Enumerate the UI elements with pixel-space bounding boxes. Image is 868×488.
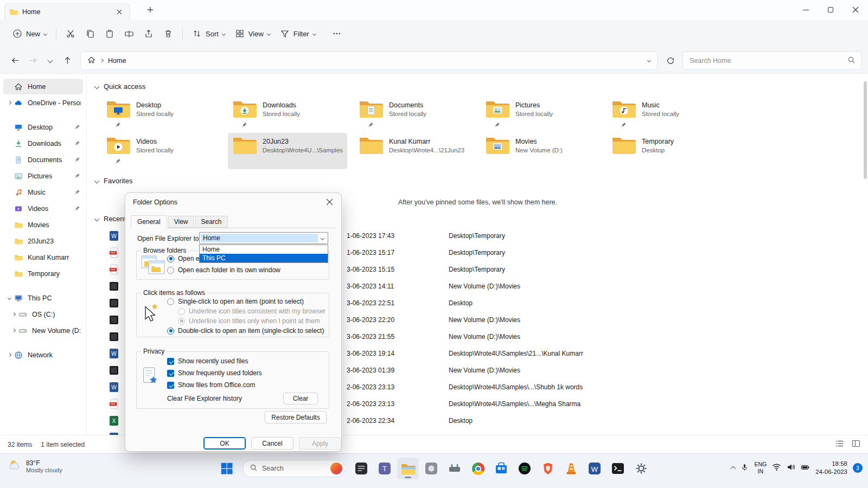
volume-icon[interactable] bbox=[787, 463, 795, 473]
vlc-icon[interactable] bbox=[560, 458, 582, 479]
copy-button[interactable] bbox=[80, 24, 100, 43]
sort-button[interactable]: Sort bbox=[187, 24, 230, 43]
sidebar-item-pictures[interactable]: Pictures bbox=[3, 168, 83, 184]
more-options-button[interactable] bbox=[327, 24, 347, 43]
sidebar-item-temporary[interactable]: Temporary bbox=[3, 266, 83, 281]
quick-access-tile-videos[interactable]: VideosStored locally bbox=[101, 133, 221, 169]
gray-app-icon[interactable] bbox=[420, 458, 442, 479]
device-icon[interactable] bbox=[444, 458, 465, 479]
cancel-button[interactable]: Cancel bbox=[251, 437, 293, 450]
quick-access-header[interactable]: Quick access bbox=[95, 82, 145, 91]
thumbnail-view-toggle[interactable] bbox=[852, 439, 860, 450]
breadcrumb-path[interactable]: Home bbox=[108, 57, 126, 65]
delete-button[interactable] bbox=[158, 24, 178, 43]
clear-button[interactable]: Clear bbox=[283, 393, 318, 404]
restore-defaults-button[interactable]: Restore Defaults bbox=[265, 411, 327, 423]
taskbar-clock[interactable]: 18:5824-06-2023 bbox=[815, 460, 847, 476]
recent-header[interactable]: Recent bbox=[95, 215, 126, 223]
taskbar-search-box[interactable]: Search bbox=[242, 460, 346, 477]
sidebar-item-network[interactable]: Network bbox=[3, 347, 83, 363]
quick-access-tile-kunal-kumarr[interactable]: Kunal KumarrDesktop\Wrote4...\21Jun23 bbox=[354, 133, 474, 169]
quick-access-tile-20jun23[interactable]: 20Jun23Desktop\Wrote4U...\Samples bbox=[228, 133, 347, 169]
quick-access-tile-temporary[interactable]: TemporaryDesktop bbox=[607, 133, 726, 169]
radio-own-window[interactable]: Open each folder in its own window bbox=[167, 266, 280, 274]
filter-button[interactable]: Filter bbox=[275, 24, 321, 43]
minimize-button[interactable] bbox=[793, 0, 818, 20]
wifi-icon[interactable] bbox=[772, 463, 781, 473]
details-view-toggle[interactable] bbox=[835, 439, 844, 450]
dialog-close-icon[interactable] bbox=[326, 198, 334, 207]
sidebar-item-new-volume-d[interactable]: New Volume (D:) bbox=[3, 323, 83, 338]
quick-access-tile-documents[interactable]: DocumentsStored locally bbox=[354, 97, 474, 133]
radio-single-click[interactable]: Single-click to open an item (point to s… bbox=[167, 298, 304, 305]
word-icon[interactable]: W bbox=[584, 458, 605, 479]
sidebar-item-videos[interactable]: Videos bbox=[3, 201, 83, 216]
language-indicator[interactable]: ENGIN bbox=[754, 461, 767, 474]
expand-chevron-icon[interactable] bbox=[5, 354, 13, 356]
forward-button[interactable] bbox=[24, 52, 41, 69]
refresh-button[interactable] bbox=[662, 52, 679, 69]
search-highlights-icon[interactable] bbox=[330, 463, 342, 474]
combobox-chevron-icon[interactable] bbox=[318, 237, 327, 240]
checkbox-recent-files[interactable]: Show recently used files bbox=[167, 357, 248, 365]
tab-view[interactable]: View bbox=[168, 216, 194, 228]
sidebar-item-documents[interactable]: Documents bbox=[3, 152, 83, 168]
quick-access-tile-desktop[interactable]: DesktopStored locally bbox=[101, 97, 221, 133]
checkbox-office-files[interactable]: Show files from Office.com bbox=[167, 381, 256, 389]
up-button[interactable] bbox=[59, 52, 76, 69]
battery-icon[interactable] bbox=[801, 464, 810, 473]
search-box[interactable] bbox=[682, 52, 861, 70]
dark-app-icon[interactable] bbox=[350, 458, 372, 479]
notification-badge[interactable]: 3 bbox=[853, 463, 863, 473]
breadcrumb-field[interactable]: Home bbox=[80, 52, 658, 70]
cut-button[interactable] bbox=[61, 24, 80, 43]
brave-icon[interactable] bbox=[537, 458, 559, 479]
rename-button[interactable] bbox=[119, 24, 139, 43]
teams-icon[interactable]: T bbox=[374, 458, 395, 479]
sidebar-item-downloads[interactable]: Downloads bbox=[3, 136, 83, 151]
checkbox-frequent-folders[interactable]: Show frequently used folders bbox=[167, 369, 262, 377]
maximize-button[interactable] bbox=[818, 0, 843, 20]
terminal-icon[interactable] bbox=[607, 458, 629, 479]
scrollbar-thumb[interactable] bbox=[864, 81, 867, 179]
radio-double-click[interactable]: Double-click to open an item (single-cli… bbox=[167, 327, 324, 335]
weather-widget[interactable]: 83°F Mostly cloudy bbox=[8, 459, 62, 473]
ok-button[interactable]: OK bbox=[203, 437, 246, 450]
expand-chevron-icon[interactable] bbox=[10, 313, 17, 316]
settings-icon[interactable] bbox=[630, 458, 652, 479]
tab-general[interactable]: General bbox=[131, 215, 167, 228]
back-button[interactable] bbox=[7, 52, 24, 69]
address-dropdown-chevron-icon[interactable] bbox=[647, 59, 651, 62]
share-button[interactable] bbox=[139, 24, 158, 43]
dropdown-option-home[interactable]: Home bbox=[200, 245, 328, 254]
paste-button[interactable] bbox=[100, 24, 119, 43]
quick-access-tile-movies[interactable]: MoviesNew Volume (D:) bbox=[481, 133, 600, 169]
quick-access-tile-pictures[interactable]: PicturesStored locally bbox=[481, 97, 600, 133]
quick-access-tile-music[interactable]: MusicStored locally bbox=[607, 97, 726, 133]
new-button[interactable]: New bbox=[8, 24, 52, 43]
start-button[interactable] bbox=[216, 458, 238, 479]
sidebar-item-kunal-kumarr[interactable]: Kunal Kumarr bbox=[3, 249, 83, 265]
sidebar-item-os-c[interactable]: OS (C:) bbox=[3, 306, 83, 322]
close-button[interactable] bbox=[843, 0, 868, 20]
vertical-scrollbar[interactable] bbox=[863, 76, 867, 433]
store-icon[interactable] bbox=[490, 458, 512, 479]
dropdown-option-this-pc[interactable]: This PC bbox=[200, 254, 328, 262]
chrome-icon[interactable] bbox=[467, 458, 489, 479]
open-explorer-to-combobox[interactable]: Home bbox=[199, 232, 328, 244]
explorer-tab-home[interactable]: Home bbox=[4, 3, 130, 20]
sidebar-item-this-pc[interactable]: This PC bbox=[3, 290, 83, 306]
file-explorer-icon[interactable] bbox=[397, 458, 419, 479]
view-button[interactable]: View bbox=[230, 24, 275, 43]
expand-chevron-icon[interactable] bbox=[5, 101, 13, 104]
quick-access-tile-downloads[interactable]: DownloadsStored locally bbox=[228, 97, 347, 133]
recent-locations-chevron-icon[interactable] bbox=[41, 52, 59, 69]
sidebar-item-home[interactable]: Home bbox=[3, 79, 83, 94]
microphone-icon[interactable] bbox=[741, 463, 749, 473]
sidebar-item-desktop[interactable]: Desktop bbox=[3, 119, 83, 135]
tab-search[interactable]: Search bbox=[195, 216, 228, 228]
apply-button[interactable]: Apply bbox=[299, 437, 341, 450]
search-input[interactable] bbox=[688, 56, 843, 65]
expand-chevron-icon[interactable] bbox=[5, 297, 13, 299]
new-tab-button[interactable] bbox=[144, 4, 156, 16]
